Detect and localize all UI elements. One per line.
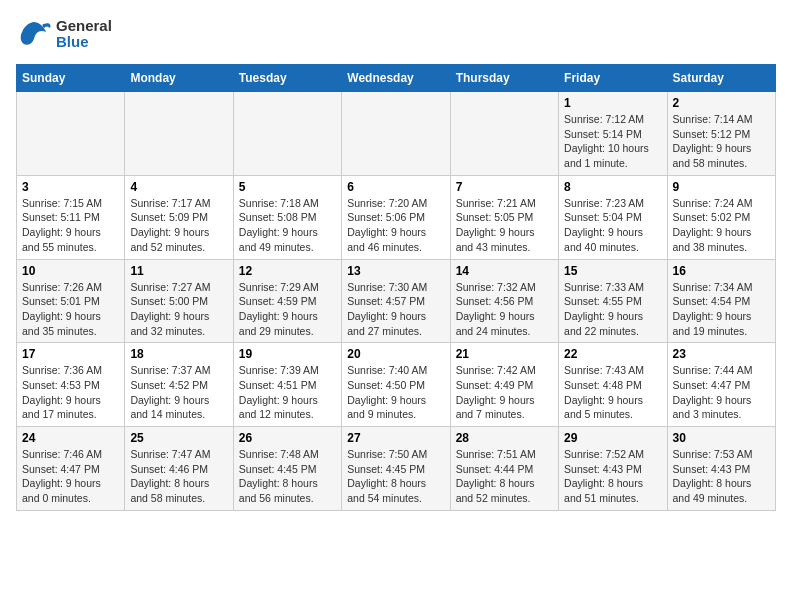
day-number: 18 (130, 347, 227, 361)
day-info: Sunrise: 7:15 AMSunset: 5:11 PMDaylight:… (22, 196, 119, 255)
calendar-cell: 13Sunrise: 7:30 AMSunset: 4:57 PMDayligh… (342, 259, 450, 343)
calendar-cell: 22Sunrise: 7:43 AMSunset: 4:48 PMDayligh… (559, 343, 667, 427)
day-info: Sunrise: 7:43 AMSunset: 4:48 PMDaylight:… (564, 363, 661, 422)
calendar-cell: 19Sunrise: 7:39 AMSunset: 4:51 PMDayligh… (233, 343, 341, 427)
calendar-cell: 25Sunrise: 7:47 AMSunset: 4:46 PMDayligh… (125, 427, 233, 511)
day-number: 6 (347, 180, 444, 194)
header-monday: Monday (125, 65, 233, 92)
calendar-cell: 2Sunrise: 7:14 AMSunset: 5:12 PMDaylight… (667, 92, 775, 176)
day-number: 26 (239, 431, 336, 445)
day-info: Sunrise: 7:52 AMSunset: 4:43 PMDaylight:… (564, 447, 661, 506)
day-number: 23 (673, 347, 770, 361)
calendar-cell: 10Sunrise: 7:26 AMSunset: 5:01 PMDayligh… (17, 259, 125, 343)
day-info: Sunrise: 7:53 AMSunset: 4:43 PMDaylight:… (673, 447, 770, 506)
logo-bird-icon (16, 16, 52, 52)
day-info: Sunrise: 7:50 AMSunset: 4:45 PMDaylight:… (347, 447, 444, 506)
day-number: 24 (22, 431, 119, 445)
calendar-cell: 8Sunrise: 7:23 AMSunset: 5:04 PMDaylight… (559, 175, 667, 259)
day-info: Sunrise: 7:27 AMSunset: 5:00 PMDaylight:… (130, 280, 227, 339)
day-number: 16 (673, 264, 770, 278)
calendar-cell: 21Sunrise: 7:42 AMSunset: 4:49 PMDayligh… (450, 343, 558, 427)
day-info: Sunrise: 7:30 AMSunset: 4:57 PMDaylight:… (347, 280, 444, 339)
calendar-header-row: SundayMondayTuesdayWednesdayThursdayFrid… (17, 65, 776, 92)
calendar-cell: 14Sunrise: 7:32 AMSunset: 4:56 PMDayligh… (450, 259, 558, 343)
day-info: Sunrise: 7:23 AMSunset: 5:04 PMDaylight:… (564, 196, 661, 255)
calendar-week-row: 10Sunrise: 7:26 AMSunset: 5:01 PMDayligh… (17, 259, 776, 343)
header-sunday: Sunday (17, 65, 125, 92)
calendar-cell (342, 92, 450, 176)
calendar-cell: 5Sunrise: 7:18 AMSunset: 5:08 PMDaylight… (233, 175, 341, 259)
header-tuesday: Tuesday (233, 65, 341, 92)
day-number: 8 (564, 180, 661, 194)
calendar-cell: 16Sunrise: 7:34 AMSunset: 4:54 PMDayligh… (667, 259, 775, 343)
day-info: Sunrise: 7:46 AMSunset: 4:47 PMDaylight:… (22, 447, 119, 506)
day-info: Sunrise: 7:33 AMSunset: 4:55 PMDaylight:… (564, 280, 661, 339)
day-number: 27 (347, 431, 444, 445)
day-number: 21 (456, 347, 553, 361)
logo-text-blue: Blue (56, 34, 112, 51)
day-info: Sunrise: 7:40 AMSunset: 4:50 PMDaylight:… (347, 363, 444, 422)
day-number: 1 (564, 96, 661, 110)
calendar-cell: 28Sunrise: 7:51 AMSunset: 4:44 PMDayligh… (450, 427, 558, 511)
day-number: 2 (673, 96, 770, 110)
calendar-cell: 4Sunrise: 7:17 AMSunset: 5:09 PMDaylight… (125, 175, 233, 259)
day-number: 28 (456, 431, 553, 445)
calendar-cell: 9Sunrise: 7:24 AMSunset: 5:02 PMDaylight… (667, 175, 775, 259)
logo: General Blue (16, 16, 112, 52)
day-info: Sunrise: 7:48 AMSunset: 4:45 PMDaylight:… (239, 447, 336, 506)
calendar-cell: 17Sunrise: 7:36 AMSunset: 4:53 PMDayligh… (17, 343, 125, 427)
day-number: 25 (130, 431, 227, 445)
day-info: Sunrise: 7:12 AMSunset: 5:14 PMDaylight:… (564, 112, 661, 171)
calendar-week-row: 1Sunrise: 7:12 AMSunset: 5:14 PMDaylight… (17, 92, 776, 176)
day-info: Sunrise: 7:18 AMSunset: 5:08 PMDaylight:… (239, 196, 336, 255)
day-number: 14 (456, 264, 553, 278)
day-number: 13 (347, 264, 444, 278)
day-number: 7 (456, 180, 553, 194)
calendar-cell (17, 92, 125, 176)
calendar-cell: 18Sunrise: 7:37 AMSunset: 4:52 PMDayligh… (125, 343, 233, 427)
calendar-cell (233, 92, 341, 176)
day-info: Sunrise: 7:47 AMSunset: 4:46 PMDaylight:… (130, 447, 227, 506)
calendar-cell: 27Sunrise: 7:50 AMSunset: 4:45 PMDayligh… (342, 427, 450, 511)
day-number: 15 (564, 264, 661, 278)
day-info: Sunrise: 7:42 AMSunset: 4:49 PMDaylight:… (456, 363, 553, 422)
calendar-cell: 30Sunrise: 7:53 AMSunset: 4:43 PMDayligh… (667, 427, 775, 511)
day-info: Sunrise: 7:34 AMSunset: 4:54 PMDaylight:… (673, 280, 770, 339)
header-saturday: Saturday (667, 65, 775, 92)
calendar-cell: 20Sunrise: 7:40 AMSunset: 4:50 PMDayligh… (342, 343, 450, 427)
day-info: Sunrise: 7:26 AMSunset: 5:01 PMDaylight:… (22, 280, 119, 339)
calendar-cell: 24Sunrise: 7:46 AMSunset: 4:47 PMDayligh… (17, 427, 125, 511)
calendar-week-row: 3Sunrise: 7:15 AMSunset: 5:11 PMDaylight… (17, 175, 776, 259)
day-number: 3 (22, 180, 119, 194)
calendar-cell: 23Sunrise: 7:44 AMSunset: 4:47 PMDayligh… (667, 343, 775, 427)
calendar-cell (450, 92, 558, 176)
day-info: Sunrise: 7:51 AMSunset: 4:44 PMDaylight:… (456, 447, 553, 506)
day-number: 10 (22, 264, 119, 278)
calendar-table: SundayMondayTuesdayWednesdayThursdayFrid… (16, 64, 776, 511)
day-number: 12 (239, 264, 336, 278)
day-info: Sunrise: 7:44 AMSunset: 4:47 PMDaylight:… (673, 363, 770, 422)
day-number: 19 (239, 347, 336, 361)
day-info: Sunrise: 7:20 AMSunset: 5:06 PMDaylight:… (347, 196, 444, 255)
header-thursday: Thursday (450, 65, 558, 92)
calendar-cell: 3Sunrise: 7:15 AMSunset: 5:11 PMDaylight… (17, 175, 125, 259)
calendar-cell: 11Sunrise: 7:27 AMSunset: 5:00 PMDayligh… (125, 259, 233, 343)
header-wednesday: Wednesday (342, 65, 450, 92)
day-number: 5 (239, 180, 336, 194)
day-info: Sunrise: 7:36 AMSunset: 4:53 PMDaylight:… (22, 363, 119, 422)
day-number: 30 (673, 431, 770, 445)
day-info: Sunrise: 7:21 AMSunset: 5:05 PMDaylight:… (456, 196, 553, 255)
calendar-week-row: 17Sunrise: 7:36 AMSunset: 4:53 PMDayligh… (17, 343, 776, 427)
day-info: Sunrise: 7:37 AMSunset: 4:52 PMDaylight:… (130, 363, 227, 422)
day-number: 29 (564, 431, 661, 445)
day-info: Sunrise: 7:32 AMSunset: 4:56 PMDaylight:… (456, 280, 553, 339)
day-info: Sunrise: 7:24 AMSunset: 5:02 PMDaylight:… (673, 196, 770, 255)
day-number: 20 (347, 347, 444, 361)
day-info: Sunrise: 7:29 AMSunset: 4:59 PMDaylight:… (239, 280, 336, 339)
header-friday: Friday (559, 65, 667, 92)
header: General Blue (16, 16, 776, 52)
day-number: 11 (130, 264, 227, 278)
calendar-cell: 26Sunrise: 7:48 AMSunset: 4:45 PMDayligh… (233, 427, 341, 511)
logo-text-general: General (56, 18, 112, 35)
calendar-cell: 6Sunrise: 7:20 AMSunset: 5:06 PMDaylight… (342, 175, 450, 259)
